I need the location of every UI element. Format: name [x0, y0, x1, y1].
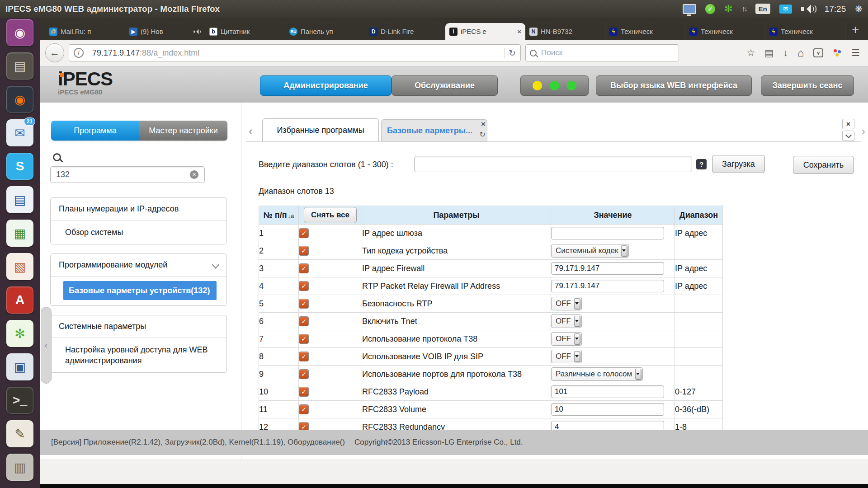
admin-tab-button[interactable]: Администрирование: [260, 75, 392, 96]
window-titlebar[interactable]: iPECS eMG80 WEB администратор - Mozilla …: [0, 0, 868, 18]
row-checkbox[interactable]: ✓: [299, 263, 309, 273]
reload-icon[interactable]: ↻: [504, 48, 516, 58]
row-checkbox[interactable]: ✓: [299, 281, 309, 291]
downloadhelper-icon[interactable]: [833, 48, 842, 57]
sidebar-group-header[interactable]: Планы нумерации и IP-адресов: [51, 198, 226, 221]
sidebar-group-header[interactable]: Системные параметры: [51, 315, 226, 338]
uncheck-all-button[interactable]: Снять все: [304, 207, 357, 223]
table-value-input[interactable]: [551, 403, 664, 416]
page-info-icon[interactable]: i: [74, 48, 84, 58]
content-tab-favorites[interactable]: Избранные программы: [262, 118, 379, 141]
red-a-icon[interactable]: A: [6, 286, 33, 314]
content-tab-basic-params[interactable]: Базовые парметры... × ↻: [381, 119, 487, 141]
sidebar-tab-wizard[interactable]: Мастер настройки: [139, 121, 227, 141]
row-checkbox[interactable]: ✓: [299, 387, 309, 397]
table-value-select[interactable]: OFF: [551, 297, 582, 310]
clock-text[interactable]: 17:25: [825, 4, 846, 14]
tabs-scroll-right-icon[interactable]: ›: [861, 124, 865, 138]
table-value-select[interactable]: Различные с голосом: [551, 367, 643, 381]
remote-desktop-icon[interactable]: [683, 4, 696, 14]
icq-icon[interactable]: ✻: [724, 3, 732, 15]
sidebar-collapse-handle[interactable]: ‹: [41, 307, 52, 384]
lo-writer-icon[interactable]: ▤: [6, 186, 33, 213]
home-icon[interactable]: ⌂: [797, 47, 804, 59]
table-value-input[interactable]: [551, 227, 664, 239]
sidebar-item[interactable]: Настройка уровней доступа для WEB админи…: [51, 338, 226, 372]
row-checkbox[interactable]: ✓: [299, 404, 309, 414]
tab-citatnik[interactable]: bЦитатник: [205, 23, 285, 40]
lo-impress-icon[interactable]: ▧: [6, 253, 33, 280]
sidebar-item[interactable]: Обзор системы: [51, 221, 226, 244]
lo-calc-icon[interactable]: ▦: [6, 220, 33, 247]
tab-refresh-icon[interactable]: ↻: [480, 130, 486, 139]
load-button[interactable]: Загрузка: [712, 155, 765, 173]
sidebar-search-input[interactable]: [50, 166, 205, 183]
menu-icon[interactable]: ☰: [851, 47, 860, 58]
downloads-icon[interactable]: ↓: [783, 47, 788, 58]
tab-tech2[interactable]: ϟТехническ: [685, 23, 765, 40]
remote-viewer-icon[interactable]: ▣: [6, 353, 33, 380]
row-checkbox[interactable]: ✓: [299, 316, 309, 326]
sidebar-group-header[interactable]: Программирование модулей: [51, 254, 226, 277]
slot-range-input[interactable]: [414, 156, 692, 172]
tab-close-icon[interactable]: ×: [517, 28, 521, 35]
tab-mailru[interactable]: @Mail.Ru: п: [45, 23, 125, 40]
skype-icon[interactable]: S: [6, 153, 33, 180]
table-value-input[interactable]: [551, 280, 664, 292]
row-checkbox[interactable]: ✓: [299, 334, 309, 344]
sidebar-tab-program[interactable]: Программа: [51, 121, 139, 141]
back-icon[interactable]: ←: [45, 43, 64, 62]
ubuntu-dash-icon[interactable]: ◉: [6, 19, 33, 46]
tab-dlink[interactable]: DD-Link Fire: [365, 23, 445, 40]
sidebar-item[interactable]: Базовые парметры устройств(132): [63, 281, 217, 300]
network-updown-icon[interactable]: ↑↓: [742, 5, 746, 13]
mail-icon[interactable]: ✉: [779, 5, 792, 14]
search-input[interactable]: [540, 48, 675, 58]
tab-ipecs[interactable]: iiPECS e×: [445, 23, 525, 40]
tab-news[interactable]: ▶(9) Нов: [125, 23, 205, 40]
row-checkbox[interactable]: ✓: [299, 299, 309, 309]
tab-tech3[interactable]: ϟТехническ: [765, 23, 845, 40]
row-checkbox[interactable]: ✓: [299, 369, 309, 379]
terminal-icon[interactable]: >_: [6, 387, 33, 414]
bookmark-star-icon[interactable]: ☆: [747, 47, 755, 58]
language-select-button[interactable]: Выбор языка WEB интерфейса: [596, 75, 752, 96]
mail-bird-icon[interactable]: ✉21: [6, 119, 33, 146]
url-bar[interactable]: i 79.171.9.147:88/a_index.html ↻: [69, 44, 521, 61]
table-value-select[interactable]: OFF: [551, 314, 582, 328]
table-value-select[interactable]: OFF: [551, 350, 582, 363]
search-box[interactable]: [525, 44, 679, 61]
clear-search-icon[interactable]: ✕: [190, 170, 198, 179]
tab-tech1[interactable]: ϟТехническ: [605, 23, 685, 40]
help-icon[interactable]: ?: [696, 159, 707, 169]
logout-button[interactable]: Завершить сеанс: [761, 75, 854, 96]
row-checkbox[interactable]: ✓: [299, 246, 309, 256]
skype-status-icon[interactable]: ✓: [705, 4, 715, 14]
table-value-select[interactable]: Системный кодек: [551, 244, 629, 258]
session-gear-icon[interactable]: ❋: [855, 4, 863, 14]
table-value-input[interactable]: [551, 262, 664, 275]
row-checkbox[interactable]: ✓: [299, 352, 309, 361]
volume-icon[interactable]: [801, 5, 816, 14]
row-checkbox[interactable]: ✓: [299, 228, 309, 238]
text-editor-icon[interactable]: ✎: [6, 420, 33, 447]
table-value-input[interactable]: [551, 385, 664, 398]
new-tab-button[interactable]: +: [852, 23, 859, 37]
printer-icon[interactable]: ▥: [6, 454, 33, 481]
maintenance-tab-button[interactable]: Обслуживание: [392, 75, 498, 96]
table-value-select[interactable]: OFF: [551, 332, 582, 346]
save-button[interactable]: Сохранить: [793, 156, 854, 174]
tab-audio-icon[interactable]: [193, 29, 200, 34]
panel-close-icon[interactable]: ×: [842, 119, 854, 129]
pocket-icon[interactable]: ∨: [813, 48, 823, 57]
tab-close-icon[interactable]: ×: [481, 120, 486, 129]
bookmarks-clipboard-icon[interactable]: ▤: [764, 47, 774, 58]
icq-flower-icon[interactable]: ✻: [6, 320, 33, 347]
firefox-icon[interactable]: ◉: [6, 86, 33, 113]
keyboard-layout-badge[interactable]: En: [755, 4, 770, 14]
tabs-scroll-left-icon[interactable]: ‹: [249, 124, 253, 138]
panel-collapse-icon[interactable]: [842, 131, 854, 141]
tab-panel[interactable]: RUПанель уп: [285, 23, 365, 40]
col-header-num[interactable]: № п/п↓a: [259, 206, 299, 225]
tab-hn[interactable]: NHN-B9732: [525, 23, 605, 40]
